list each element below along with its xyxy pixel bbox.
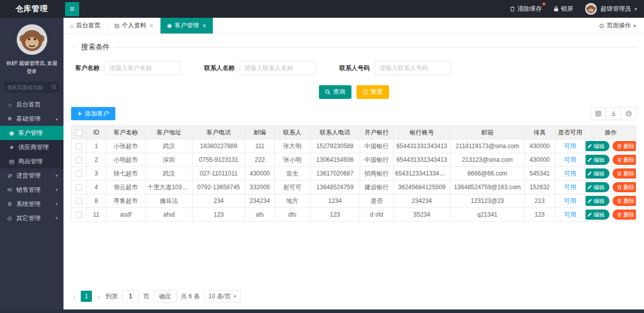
chevron-down-icon: ▾ (633, 23, 636, 28)
table-toolbar: 添加客户 (71, 107, 636, 120)
row-checkbox[interactable] (76, 198, 82, 204)
customer-icon: ◉ (8, 130, 16, 136)
tab-label: 后台首页 (76, 21, 101, 30)
delete-button[interactable]: 删除 (613, 141, 636, 151)
table-cell: 213 (525, 194, 555, 208)
confirm-page-button[interactable]: 确定 (153, 290, 177, 302)
row-checkbox[interactable] (76, 157, 82, 163)
row-checkbox[interactable] (76, 184, 82, 191)
add-customer-button[interactable]: 添加客户 (71, 107, 115, 120)
search-icon (51, 84, 57, 90)
contact-phone-input[interactable] (375, 61, 451, 75)
export-button[interactable] (606, 107, 621, 120)
lock-screen-button[interactable]: 锁屏 (554, 5, 573, 13)
sidebar-item-label: 其它管理 (16, 214, 41, 223)
pencil-icon (587, 144, 592, 149)
search-form: 客户名称联系人名称联系人号码 (71, 61, 636, 75)
row-checkbox[interactable] (76, 212, 82, 218)
tab-profile[interactable]: ▨个人资料× (108, 18, 160, 33)
row-select-cell (72, 140, 87, 153)
query-button[interactable]: 查询 (319, 85, 351, 99)
edit-button[interactable]: 编辑 (586, 141, 609, 151)
delete-button[interactable]: 删除 (613, 182, 636, 192)
edit-button[interactable]: 编辑 (586, 168, 609, 179)
sidebar-item-customer[interactable]: ◉客户管理 (0, 126, 63, 140)
print-button[interactable] (621, 107, 636, 120)
delete-button[interactable]: 删除 (613, 210, 636, 220)
sidebar-item-supplier[interactable]: ★供应商管理 (0, 140, 63, 154)
page-ops-label: 页面操作 (606, 21, 631, 30)
edit-button[interactable]: 编辑 (586, 182, 609, 192)
goto-page-input[interactable] (122, 290, 139, 302)
table-cell: 11 (87, 208, 106, 222)
tab-home[interactable]: ⌂后台首页 (63, 18, 108, 33)
page-ops-menu[interactable]: ⊙ 页面操作 ▾ (591, 18, 644, 33)
table-cell: 寻鲁超市 (106, 194, 146, 208)
sidebar-item-goods[interactable]: ▤商品管理 (0, 154, 63, 168)
trash-icon (617, 171, 622, 176)
add-customer-label: 添加客户 (85, 110, 109, 118)
sidebar-item-sales[interactable]: ✉销售管理▾ (0, 183, 63, 197)
close-icon[interactable]: × (150, 22, 153, 29)
close-icon[interactable]: × (203, 22, 206, 29)
table-header: ID客户名称客户地址客户电话邮编联系人联系人电话开户银行银行账号邮箱传真是否可用… (72, 126, 636, 140)
page-number-current[interactable]: 1 (81, 291, 92, 302)
sidebar-item-system[interactable]: ⚙系统管理▾ (0, 197, 63, 211)
printer-icon (626, 111, 632, 117)
row-checkbox[interactable] (76, 170, 82, 177)
lock-icon (554, 6, 559, 12)
row-actions: 编辑删除 (586, 153, 636, 167)
field-label: 联系人号码 (339, 64, 370, 73)
table-cell: 张大明 (275, 140, 310, 153)
clear-cache-label: 清除缓存 (517, 5, 541, 13)
clear-cache-button[interactable]: 清除缓存 (510, 5, 541, 13)
tab-label: 客户管理 (175, 21, 199, 30)
customer-name-input[interactable] (105, 61, 181, 75)
delete-button[interactable]: 删除 (613, 168, 636, 179)
trash-icon (617, 212, 622, 217)
table-row: 4朋云超市十里大道1039号0792-13658745332005射可可1364… (72, 181, 636, 194)
page-size-select[interactable]: 10 条/页 ▾ (204, 290, 241, 302)
target-icon: ⊙ (599, 22, 604, 29)
tab-customer[interactable]: ◉客户管理× (160, 18, 213, 33)
sales-icon: ✉ (6, 187, 14, 193)
reset-button[interactable]: 重置 (357, 85, 389, 99)
sidebar-item-other[interactable]: ◎其它管理▾ (0, 211, 63, 225)
search-field-contact-phone: 联系人号码 (339, 61, 451, 75)
user-menu[interactable]: 超级管理员 ▾ (585, 3, 637, 15)
column-header: 客户地址 (146, 126, 192, 140)
sidebar-item-purchase[interactable]: ⇄进货管理▾ (0, 168, 63, 183)
delete-label: 删除 (624, 211, 635, 219)
delete-button[interactable]: 删除 (613, 155, 636, 165)
edit-button[interactable]: 编辑 (586, 210, 609, 220)
total-count-label: 共 6 条 (181, 292, 200, 301)
column-header: ID (87, 126, 106, 140)
table-cell: 雷生 (275, 167, 310, 181)
table-cell: 027-11011011 (192, 167, 245, 181)
menu-toggle-button[interactable]: ≡ (65, 2, 79, 16)
next-page-button[interactable]: › (96, 292, 102, 301)
customer-table: ID客户名称客户地址客户电话邮编联系人联系人电话开户银行银行账号邮箱传真是否可用… (71, 125, 636, 222)
table-cell: 654431331343413 (394, 153, 450, 167)
app-title: 仓库管理 (0, 4, 63, 14)
search-section-title: 搜索条件 (76, 43, 115, 52)
filter-columns-button[interactable] (591, 107, 606, 120)
table-cell: afsd (146, 208, 192, 222)
table-row: 11asdfafsd123afsdfs123d sfd35234q2134112… (72, 208, 636, 222)
row-checkbox[interactable] (76, 143, 82, 150)
table-cell: dfs (275, 208, 310, 222)
table-cell: 234234 (394, 194, 450, 208)
chevron-up-icon: ▴ (55, 116, 58, 121)
table-cell: 中国银行 (360, 153, 394, 167)
row-actions-wrap: 编辑删除 (587, 210, 634, 220)
table-cell: 36245684125509 (394, 181, 450, 194)
edit-button[interactable]: 编辑 (586, 155, 609, 165)
delete-button[interactable]: 删除 (613, 196, 636, 206)
edit-button[interactable]: 编辑 (586, 196, 609, 206)
sidebar-item-home[interactable]: ⌂后台首页 (0, 97, 63, 112)
sidebar-item-base[interactable]: ❖基础管理▴ (0, 112, 63, 126)
prev-page-button[interactable]: ‹ (71, 292, 77, 301)
select-all-checkbox[interactable] (76, 129, 82, 136)
contact-name-input[interactable] (240, 61, 316, 75)
table-row: 2小明超市深圳0755-9123131222张小明13064154936中国银行… (72, 153, 636, 167)
